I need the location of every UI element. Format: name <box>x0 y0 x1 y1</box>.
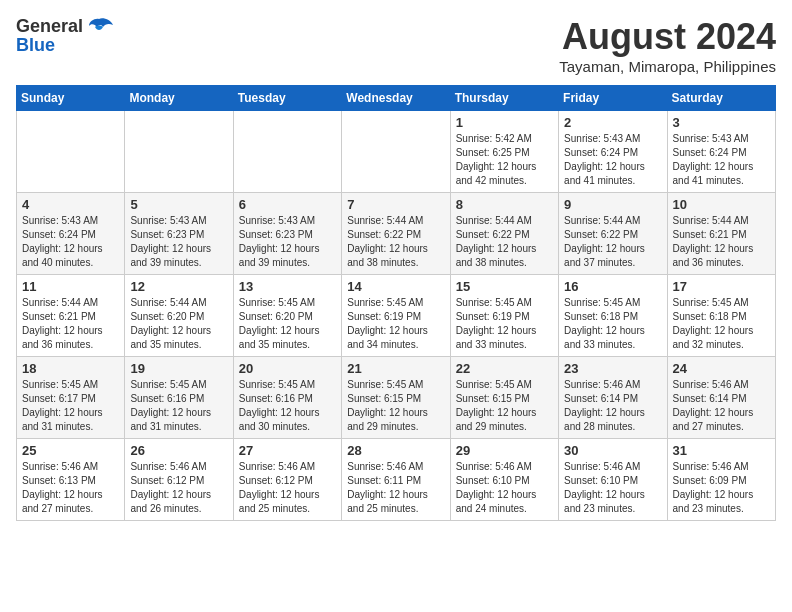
calendar-cell: 13Sunrise: 5:45 AM Sunset: 6:20 PM Dayli… <box>233 275 341 357</box>
weekday-header-monday: Monday <box>125 86 233 111</box>
day-number: 14 <box>347 279 444 294</box>
day-info: Sunrise: 5:46 AM Sunset: 6:12 PM Dayligh… <box>239 460 336 516</box>
calendar-cell: 19Sunrise: 5:45 AM Sunset: 6:16 PM Dayli… <box>125 357 233 439</box>
day-info: Sunrise: 5:44 AM Sunset: 6:20 PM Dayligh… <box>130 296 227 352</box>
weekday-header-wednesday: Wednesday <box>342 86 450 111</box>
calendar-cell: 11Sunrise: 5:44 AM Sunset: 6:21 PM Dayli… <box>17 275 125 357</box>
calendar-header-row: SundayMondayTuesdayWednesdayThursdayFrid… <box>17 86 776 111</box>
calendar-cell: 15Sunrise: 5:45 AM Sunset: 6:19 PM Dayli… <box>450 275 558 357</box>
calendar-cell <box>17 111 125 193</box>
day-info: Sunrise: 5:43 AM Sunset: 6:24 PM Dayligh… <box>673 132 770 188</box>
calendar-cell: 23Sunrise: 5:46 AM Sunset: 6:14 PM Dayli… <box>559 357 667 439</box>
logo-blue-text: Blue <box>16 35 55 56</box>
weekday-header-tuesday: Tuesday <box>233 86 341 111</box>
calendar-cell: 31Sunrise: 5:46 AM Sunset: 6:09 PM Dayli… <box>667 439 775 521</box>
day-number: 25 <box>22 443 119 458</box>
calendar-cell: 28Sunrise: 5:46 AM Sunset: 6:11 PM Dayli… <box>342 439 450 521</box>
calendar-week-row: 1Sunrise: 5:42 AM Sunset: 6:25 PM Daylig… <box>17 111 776 193</box>
calendar-cell: 10Sunrise: 5:44 AM Sunset: 6:21 PM Dayli… <box>667 193 775 275</box>
calendar-cell: 27Sunrise: 5:46 AM Sunset: 6:12 PM Dayli… <box>233 439 341 521</box>
day-number: 9 <box>564 197 661 212</box>
day-number: 29 <box>456 443 553 458</box>
calendar-cell: 20Sunrise: 5:45 AM Sunset: 6:16 PM Dayli… <box>233 357 341 439</box>
calendar-cell: 22Sunrise: 5:45 AM Sunset: 6:15 PM Dayli… <box>450 357 558 439</box>
calendar-cell: 18Sunrise: 5:45 AM Sunset: 6:17 PM Dayli… <box>17 357 125 439</box>
day-info: Sunrise: 5:46 AM Sunset: 6:11 PM Dayligh… <box>347 460 444 516</box>
logo-general-text: General <box>16 16 83 37</box>
calendar-cell: 14Sunrise: 5:45 AM Sunset: 6:19 PM Dayli… <box>342 275 450 357</box>
calendar-cell: 9Sunrise: 5:44 AM Sunset: 6:22 PM Daylig… <box>559 193 667 275</box>
day-info: Sunrise: 5:45 AM Sunset: 6:15 PM Dayligh… <box>456 378 553 434</box>
day-info: Sunrise: 5:46 AM Sunset: 6:10 PM Dayligh… <box>456 460 553 516</box>
day-number: 31 <box>673 443 770 458</box>
day-number: 22 <box>456 361 553 376</box>
weekday-header-saturday: Saturday <box>667 86 775 111</box>
title-section: August 2024 Tayaman, Mimaropa, Philippin… <box>559 16 776 75</box>
day-number: 6 <box>239 197 336 212</box>
calendar-cell <box>233 111 341 193</box>
page-header: General Blue August 2024 Tayaman, Mimaro… <box>16 16 776 75</box>
day-number: 8 <box>456 197 553 212</box>
day-number: 11 <box>22 279 119 294</box>
day-info: Sunrise: 5:46 AM Sunset: 6:10 PM Dayligh… <box>564 460 661 516</box>
calendar-cell: 3Sunrise: 5:43 AM Sunset: 6:24 PM Daylig… <box>667 111 775 193</box>
weekday-header-sunday: Sunday <box>17 86 125 111</box>
day-info: Sunrise: 5:45 AM Sunset: 6:18 PM Dayligh… <box>564 296 661 352</box>
calendar-cell: 1Sunrise: 5:42 AM Sunset: 6:25 PM Daylig… <box>450 111 558 193</box>
day-info: Sunrise: 5:45 AM Sunset: 6:19 PM Dayligh… <box>347 296 444 352</box>
calendar-cell: 26Sunrise: 5:46 AM Sunset: 6:12 PM Dayli… <box>125 439 233 521</box>
day-number: 4 <box>22 197 119 212</box>
day-info: Sunrise: 5:45 AM Sunset: 6:19 PM Dayligh… <box>456 296 553 352</box>
day-info: Sunrise: 5:45 AM Sunset: 6:15 PM Dayligh… <box>347 378 444 434</box>
month-title: August 2024 <box>559 16 776 58</box>
day-info: Sunrise: 5:44 AM Sunset: 6:22 PM Dayligh… <box>564 214 661 270</box>
day-info: Sunrise: 5:46 AM Sunset: 6:09 PM Dayligh… <box>673 460 770 516</box>
calendar-body: 1Sunrise: 5:42 AM Sunset: 6:25 PM Daylig… <box>17 111 776 521</box>
day-number: 10 <box>673 197 770 212</box>
day-info: Sunrise: 5:44 AM Sunset: 6:21 PM Dayligh… <box>22 296 119 352</box>
calendar-cell: 25Sunrise: 5:46 AM Sunset: 6:13 PM Dayli… <box>17 439 125 521</box>
calendar-cell <box>125 111 233 193</box>
calendar-cell: 17Sunrise: 5:45 AM Sunset: 6:18 PM Dayli… <box>667 275 775 357</box>
day-number: 15 <box>456 279 553 294</box>
day-number: 21 <box>347 361 444 376</box>
day-number: 7 <box>347 197 444 212</box>
day-number: 27 <box>239 443 336 458</box>
calendar-cell: 4Sunrise: 5:43 AM Sunset: 6:24 PM Daylig… <box>17 193 125 275</box>
calendar-cell: 5Sunrise: 5:43 AM Sunset: 6:23 PM Daylig… <box>125 193 233 275</box>
day-info: Sunrise: 5:43 AM Sunset: 6:23 PM Dayligh… <box>239 214 336 270</box>
calendar-cell <box>342 111 450 193</box>
day-info: Sunrise: 5:44 AM Sunset: 6:22 PM Dayligh… <box>456 214 553 270</box>
day-info: Sunrise: 5:43 AM Sunset: 6:24 PM Dayligh… <box>564 132 661 188</box>
day-number: 16 <box>564 279 661 294</box>
day-number: 26 <box>130 443 227 458</box>
calendar-cell: 21Sunrise: 5:45 AM Sunset: 6:15 PM Dayli… <box>342 357 450 439</box>
weekday-header-friday: Friday <box>559 86 667 111</box>
day-info: Sunrise: 5:45 AM Sunset: 6:16 PM Dayligh… <box>130 378 227 434</box>
weekday-header-thursday: Thursday <box>450 86 558 111</box>
calendar-cell: 6Sunrise: 5:43 AM Sunset: 6:23 PM Daylig… <box>233 193 341 275</box>
location-subtitle: Tayaman, Mimaropa, Philippines <box>559 58 776 75</box>
day-info: Sunrise: 5:45 AM Sunset: 6:18 PM Dayligh… <box>673 296 770 352</box>
calendar-week-row: 25Sunrise: 5:46 AM Sunset: 6:13 PM Dayli… <box>17 439 776 521</box>
day-info: Sunrise: 5:46 AM Sunset: 6:12 PM Dayligh… <box>130 460 227 516</box>
day-info: Sunrise: 5:43 AM Sunset: 6:24 PM Dayligh… <box>22 214 119 270</box>
day-info: Sunrise: 5:45 AM Sunset: 6:20 PM Dayligh… <box>239 296 336 352</box>
day-number: 5 <box>130 197 227 212</box>
calendar-table: SundayMondayTuesdayWednesdayThursdayFrid… <box>16 85 776 521</box>
day-info: Sunrise: 5:44 AM Sunset: 6:21 PM Dayligh… <box>673 214 770 270</box>
day-info: Sunrise: 5:43 AM Sunset: 6:23 PM Dayligh… <box>130 214 227 270</box>
calendar-week-row: 11Sunrise: 5:44 AM Sunset: 6:21 PM Dayli… <box>17 275 776 357</box>
day-number: 28 <box>347 443 444 458</box>
day-number: 24 <box>673 361 770 376</box>
day-number: 20 <box>239 361 336 376</box>
logo: General Blue <box>16 16 113 56</box>
calendar-cell: 29Sunrise: 5:46 AM Sunset: 6:10 PM Dayli… <box>450 439 558 521</box>
calendar-cell: 2Sunrise: 5:43 AM Sunset: 6:24 PM Daylig… <box>559 111 667 193</box>
calendar-cell: 16Sunrise: 5:45 AM Sunset: 6:18 PM Dayli… <box>559 275 667 357</box>
day-number: 3 <box>673 115 770 130</box>
calendar-cell: 24Sunrise: 5:46 AM Sunset: 6:14 PM Dayli… <box>667 357 775 439</box>
day-info: Sunrise: 5:42 AM Sunset: 6:25 PM Dayligh… <box>456 132 553 188</box>
calendar-week-row: 18Sunrise: 5:45 AM Sunset: 6:17 PM Dayli… <box>17 357 776 439</box>
day-number: 12 <box>130 279 227 294</box>
